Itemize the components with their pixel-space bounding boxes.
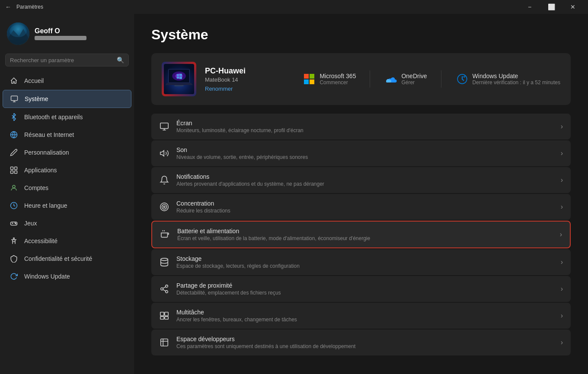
- stockage-desc: Espace de stockage, lecteurs, règles de …: [176, 263, 554, 269]
- svg-point-37: [166, 291, 168, 293]
- svg-rect-23: [179, 74, 182, 76]
- svg-point-15: [13, 238, 15, 239]
- svg-rect-43: [165, 317, 168, 319]
- sidebar-label-accueil: Accueil: [24, 77, 44, 84]
- settings-item-partage[interactable]: Partage de proximité Détectabilité, empl…: [151, 276, 571, 302]
- concentration-icon: [159, 202, 169, 212]
- windows-update-action-sub: Dernière vérification : il y a 52 minute…: [473, 79, 560, 86]
- stockage-icon: [159, 257, 169, 267]
- concentration-desc: Réduire les distractions: [176, 208, 554, 214]
- notifications-icon: [159, 175, 169, 185]
- device-card: PC-Huawei MateBook 14 Renommer: [151, 53, 571, 105]
- notifications-desc: Alertes provenant d'applications et du s…: [176, 181, 554, 187]
- svg-rect-41: [165, 312, 168, 316]
- divider-1: [370, 70, 370, 88]
- device-info: PC-Huawei MateBook 14 Renommer: [205, 67, 294, 92]
- svg-rect-9: [15, 171, 17, 174]
- action-windows-update[interactable]: Windows Update Dernière vérification : i…: [455, 72, 560, 86]
- sidebar-item-systeme[interactable]: Système: [3, 90, 131, 108]
- personalization-icon: [10, 148, 18, 157]
- stockage-title: Stockage: [176, 255, 554, 262]
- back-button[interactable]: ←: [5, 3, 11, 10]
- batterie-title: Batterie et alimentation: [177, 228, 553, 235]
- sidebar-item-bluetooth[interactable]: Bluetooth et appareils: [3, 108, 131, 126]
- multitache-title: Multitâche: [176, 309, 554, 316]
- multitache-icon: [159, 311, 169, 321]
- maximize-button[interactable]: ⬜: [541, 0, 561, 14]
- sidebar-label-bluetooth: Bluetooth et appareils: [24, 114, 83, 120]
- son-chevron: ›: [561, 149, 563, 157]
- svg-point-34: [161, 258, 168, 261]
- device-rename[interactable]: Renommer: [205, 86, 294, 92]
- onedrive-sub: Gérer: [401, 79, 427, 86]
- action-onedrive[interactable]: OneDrive Gérer: [384, 72, 427, 86]
- sidebar-item-accessibilite[interactable]: Accessibilité: [3, 232, 131, 250]
- svg-rect-7: [15, 167, 17, 170]
- svg-point-30: [162, 205, 167, 209]
- ecran-desc: Moniteurs, luminosité, éclairage nocturn…: [176, 127, 554, 133]
- sidebar-item-heure[interactable]: Heure et langue: [3, 197, 131, 214]
- sidebar-item-applications[interactable]: Applications: [3, 162, 131, 179]
- avatar: [7, 22, 29, 45]
- sidebar: Geoff O 🔍 Accueil: [0, 14, 134, 374]
- action-microsoft365[interactable]: Microsoft 365 Commencer: [302, 72, 356, 86]
- home-icon: [10, 76, 18, 85]
- user-name: Geoff O: [35, 27, 127, 35]
- minimize-button[interactable]: −: [520, 0, 540, 14]
- svg-rect-8: [11, 171, 13, 174]
- microsoft365-icon: [302, 72, 316, 86]
- sidebar-label-accessibilite: Accessibilité: [24, 238, 58, 244]
- search-icon: 🔍: [117, 57, 124, 63]
- partage-icon: [159, 284, 169, 294]
- settings-item-stockage[interactable]: Stockage Espace de stockage, lecteurs, r…: [151, 249, 571, 275]
- onedrive-label: OneDrive: [401, 73, 427, 79]
- microsoft365-label: Microsoft 365: [320, 73, 356, 79]
- settings-item-son[interactable]: Son Niveaux de volume, sortie, entrée, p…: [151, 140, 571, 166]
- clock-icon: [10, 201, 18, 210]
- multitache-desc: Ancrer les fenêtres, bureaux, changement…: [176, 317, 554, 323]
- svg-rect-26: [175, 85, 184, 86]
- accessibility-icon: [10, 237, 18, 245]
- settings-item-ecran[interactable]: Écran Moniteurs, luminosité, éclairage n…: [151, 114, 571, 139]
- svg-line-39: [163, 287, 166, 288]
- user-account: [35, 36, 86, 40]
- sidebar-item-jeux[interactable]: Jeux: [3, 215, 131, 232]
- batterie-icon: [160, 229, 170, 240]
- sidebar-item-windows-update[interactable]: Windows Update: [3, 268, 131, 285]
- svg-point-29: [160, 203, 168, 211]
- svg-rect-24: [177, 76, 179, 79]
- sidebar-item-personnalisation[interactable]: Personnalisation: [3, 144, 131, 161]
- search-input[interactable]: [10, 57, 113, 63]
- sidebar-label-heure: Heure et langue: [24, 202, 67, 209]
- sidebar-label-confidentialite: Confidentialité et sécurité: [24, 255, 92, 262]
- settings-item-notifications[interactable]: Notifications Alertes provenant d'applic…: [151, 167, 571, 193]
- search-box[interactable]: 🔍: [5, 54, 129, 67]
- settings-item-dev[interactable]: Espace développeurs Ces paramètres sont …: [151, 330, 571, 355]
- svg-point-3: [10, 25, 27, 37]
- network-icon: [10, 130, 18, 139]
- system-icon: [10, 95, 19, 103]
- svg-rect-40: [160, 312, 164, 316]
- settings-item-batterie[interactable]: Batterie et alimentation Écran et veille…: [151, 221, 571, 248]
- windows-update-action-icon: [455, 72, 469, 86]
- sidebar-item-confidentialite[interactable]: Confidentialité et sécurité: [3, 250, 131, 267]
- ecran-icon: [159, 121, 169, 132]
- sidebar-item-reseau[interactable]: Réseau et Internet: [3, 126, 131, 143]
- stockage-chevron: ›: [561, 258, 563, 266]
- dev-desc: Ces paramètres sont uniquement destinés …: [176, 343, 554, 349]
- sidebar-label-personnalisation: Personnalisation: [24, 149, 69, 156]
- batterie-desc: Écran et veille, utilisation de la batte…: [177, 235, 553, 241]
- sidebar-label-windows-update: Windows Update: [24, 273, 70, 280]
- app-body: Geoff O 🔍 Accueil: [0, 14, 588, 374]
- settings-item-multitache[interactable]: Multitâche Ancrer les fenêtres, bureaux,…: [151, 303, 571, 329]
- close-button[interactable]: ✕: [563, 0, 583, 14]
- settings-item-concentration[interactable]: Concentration Réduire les distractions ›: [151, 194, 571, 220]
- device-actions: Microsoft 365 Commencer OneDrive: [302, 70, 560, 88]
- user-info: Geoff O: [35, 27, 127, 40]
- sidebar-item-comptes[interactable]: Comptes: [3, 179, 131, 197]
- accounts-icon: [10, 184, 18, 192]
- gaming-icon: [10, 219, 18, 228]
- dev-icon: [159, 337, 169, 348]
- sidebar-item-accueil[interactable]: Accueil: [3, 72, 131, 89]
- titlebar-left: ← Paramètres: [5, 3, 43, 10]
